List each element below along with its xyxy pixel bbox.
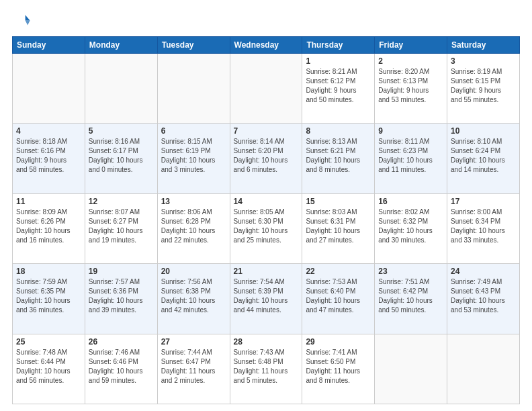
day-number: 29 bbox=[306, 337, 371, 347]
calendar-cell: 5Sunrise: 8:16 AM Sunset: 6:17 PM Daylig… bbox=[85, 124, 157, 193]
calendar-week-2: 4Sunrise: 8:18 AM Sunset: 6:16 PM Daylig… bbox=[13, 124, 520, 193]
day-number: 19 bbox=[89, 267, 154, 276]
day-number: 24 bbox=[451, 267, 516, 276]
calendar-cell: 27Sunrise: 7:44 AM Sunset: 6:47 PM Dayli… bbox=[157, 334, 230, 404]
day-info: Sunrise: 8:09 AM Sunset: 6:26 PM Dayligh… bbox=[16, 208, 81, 245]
day-number: 26 bbox=[89, 337, 154, 347]
day-number: 23 bbox=[378, 267, 443, 276]
calendar-cell: 22Sunrise: 7:53 AM Sunset: 6:40 PM Dayli… bbox=[302, 264, 375, 334]
day-number: 13 bbox=[161, 197, 226, 206]
day-info: Sunrise: 7:59 AM Sunset: 6:35 PM Dayligh… bbox=[16, 277, 81, 315]
calendar-cell: 23Sunrise: 7:51 AM Sunset: 6:42 PM Dayli… bbox=[375, 264, 447, 334]
day-info: Sunrise: 8:21 AM Sunset: 6:12 PM Dayligh… bbox=[306, 67, 371, 105]
day-info: Sunrise: 8:11 AM Sunset: 6:23 PM Dayligh… bbox=[378, 137, 443, 175]
day-number: 12 bbox=[89, 197, 154, 206]
calendar-cell: 20Sunrise: 7:56 AM Sunset: 6:38 PM Dayli… bbox=[157, 264, 230, 334]
day-info: Sunrise: 7:53 AM Sunset: 6:40 PM Dayligh… bbox=[306, 277, 371, 315]
day-info: Sunrise: 8:10 AM Sunset: 6:24 PM Dayligh… bbox=[451, 137, 516, 175]
col-header-saturday: Saturday bbox=[447, 37, 520, 54]
calendar-cell: 19Sunrise: 7:57 AM Sunset: 6:36 PM Dayli… bbox=[85, 264, 157, 334]
day-number: 27 bbox=[161, 337, 226, 347]
calendar-cell: 9Sunrise: 8:11 AM Sunset: 6:23 PM Daylig… bbox=[375, 124, 447, 193]
day-number: 14 bbox=[234, 197, 299, 206]
day-info: Sunrise: 8:13 AM Sunset: 6:21 PM Dayligh… bbox=[306, 137, 371, 175]
calendar-week-3: 11Sunrise: 8:09 AM Sunset: 6:26 PM Dayli… bbox=[13, 193, 520, 263]
calendar-cell: 25Sunrise: 7:48 AM Sunset: 6:44 PM Dayli… bbox=[13, 334, 85, 404]
day-number: 9 bbox=[378, 126, 443, 136]
day-number: 11 bbox=[16, 197, 81, 206]
calendar-cell: 8Sunrise: 8:13 AM Sunset: 6:21 PM Daylig… bbox=[302, 124, 375, 193]
calendar-cell: 24Sunrise: 7:49 AM Sunset: 6:43 PM Dayli… bbox=[447, 264, 520, 334]
calendar-week-4: 18Sunrise: 7:59 AM Sunset: 6:35 PM Dayli… bbox=[13, 264, 520, 334]
day-info: Sunrise: 8:18 AM Sunset: 6:16 PM Dayligh… bbox=[16, 137, 81, 175]
calendar-cell: 6Sunrise: 8:15 AM Sunset: 6:19 PM Daylig… bbox=[157, 124, 230, 193]
day-info: Sunrise: 8:02 AM Sunset: 6:32 PM Dayligh… bbox=[378, 208, 443, 245]
calendar-cell: 21Sunrise: 7:54 AM Sunset: 6:39 PM Dayli… bbox=[230, 264, 302, 334]
col-header-wednesday: Wednesday bbox=[230, 37, 302, 54]
day-number: 3 bbox=[451, 56, 516, 66]
svg-marker-1 bbox=[26, 21, 30, 26]
day-number: 10 bbox=[451, 126, 516, 136]
header bbox=[12, 12, 520, 31]
calendar-cell: 1Sunrise: 8:21 AM Sunset: 6:12 PM Daylig… bbox=[302, 54, 375, 124]
day-info: Sunrise: 7:56 AM Sunset: 6:38 PM Dayligh… bbox=[161, 277, 226, 315]
day-info: Sunrise: 8:07 AM Sunset: 6:27 PM Dayligh… bbox=[89, 208, 154, 245]
day-number: 4 bbox=[16, 126, 81, 136]
day-info: Sunrise: 7:41 AM Sunset: 6:50 PM Dayligh… bbox=[306, 348, 371, 385]
day-number: 18 bbox=[16, 267, 81, 276]
calendar-cell bbox=[230, 54, 302, 124]
calendar-cell bbox=[375, 334, 447, 404]
calendar-header-row: SundayMondayTuesdayWednesdayThursdayFrid… bbox=[13, 37, 520, 54]
day-info: Sunrise: 8:14 AM Sunset: 6:20 PM Dayligh… bbox=[234, 137, 299, 175]
col-header-monday: Monday bbox=[85, 37, 157, 54]
day-number: 16 bbox=[378, 197, 443, 206]
day-info: Sunrise: 7:43 AM Sunset: 6:48 PM Dayligh… bbox=[234, 348, 299, 385]
logo-icon bbox=[12, 12, 31, 31]
calendar-cell: 13Sunrise: 8:06 AM Sunset: 6:28 PM Dayli… bbox=[157, 193, 230, 263]
calendar-cell: 11Sunrise: 8:09 AM Sunset: 6:26 PM Dayli… bbox=[13, 193, 85, 263]
day-info: Sunrise: 8:06 AM Sunset: 6:28 PM Dayligh… bbox=[161, 208, 226, 245]
day-number: 7 bbox=[234, 126, 299, 136]
day-info: Sunrise: 8:15 AM Sunset: 6:19 PM Dayligh… bbox=[161, 137, 226, 175]
day-info: Sunrise: 7:51 AM Sunset: 6:42 PM Dayligh… bbox=[378, 277, 443, 315]
calendar-cell: 26Sunrise: 7:46 AM Sunset: 6:46 PM Dayli… bbox=[85, 334, 157, 404]
calendar-cell bbox=[447, 334, 520, 404]
day-info: Sunrise: 8:19 AM Sunset: 6:15 PM Dayligh… bbox=[451, 67, 516, 105]
day-number: 22 bbox=[306, 267, 371, 276]
col-header-thursday: Thursday bbox=[302, 37, 375, 54]
calendar-cell: 18Sunrise: 7:59 AM Sunset: 6:35 PM Dayli… bbox=[13, 264, 85, 334]
calendar-cell: 7Sunrise: 8:14 AM Sunset: 6:20 PM Daylig… bbox=[230, 124, 302, 193]
calendar-cell: 12Sunrise: 8:07 AM Sunset: 6:27 PM Dayli… bbox=[85, 193, 157, 263]
calendar-cell: 14Sunrise: 8:05 AM Sunset: 6:30 PM Dayli… bbox=[230, 193, 302, 263]
day-number: 15 bbox=[306, 197, 371, 206]
day-number: 20 bbox=[161, 267, 226, 276]
day-number: 2 bbox=[378, 56, 443, 66]
page: SundayMondayTuesdayWednesdayThursdayFrid… bbox=[0, 0, 532, 411]
day-info: Sunrise: 7:57 AM Sunset: 6:36 PM Dayligh… bbox=[89, 277, 154, 315]
day-info: Sunrise: 8:20 AM Sunset: 6:13 PM Dayligh… bbox=[378, 67, 443, 105]
calendar-cell: 15Sunrise: 8:03 AM Sunset: 6:31 PM Dayli… bbox=[302, 193, 375, 263]
calendar-cell: 16Sunrise: 8:02 AM Sunset: 6:32 PM Dayli… bbox=[375, 193, 447, 263]
calendar-cell bbox=[157, 54, 230, 124]
col-header-sunday: Sunday bbox=[13, 37, 85, 54]
calendar-cell: 17Sunrise: 8:00 AM Sunset: 6:34 PM Dayli… bbox=[447, 193, 520, 263]
day-number: 25 bbox=[16, 337, 81, 347]
day-number: 5 bbox=[89, 126, 154, 136]
svg-marker-0 bbox=[26, 15, 30, 20]
day-number: 1 bbox=[306, 56, 371, 66]
col-header-friday: Friday bbox=[375, 37, 447, 54]
day-info: Sunrise: 8:03 AM Sunset: 6:31 PM Dayligh… bbox=[306, 208, 371, 245]
day-info: Sunrise: 7:48 AM Sunset: 6:44 PM Dayligh… bbox=[16, 348, 81, 385]
logo bbox=[12, 12, 34, 31]
day-number: 17 bbox=[451, 197, 516, 206]
day-info: Sunrise: 7:44 AM Sunset: 6:47 PM Dayligh… bbox=[161, 348, 226, 385]
calendar-cell: 10Sunrise: 8:10 AM Sunset: 6:24 PM Dayli… bbox=[447, 124, 520, 193]
calendar-table: SundayMondayTuesdayWednesdayThursdayFrid… bbox=[12, 36, 520, 404]
calendar-cell: 4Sunrise: 8:18 AM Sunset: 6:16 PM Daylig… bbox=[13, 124, 85, 193]
calendar-cell: 2Sunrise: 8:20 AM Sunset: 6:13 PM Daylig… bbox=[375, 54, 447, 124]
calendar-cell: 29Sunrise: 7:41 AM Sunset: 6:50 PM Dayli… bbox=[302, 334, 375, 404]
day-number: 8 bbox=[306, 126, 371, 136]
day-info: Sunrise: 8:00 AM Sunset: 6:34 PM Dayligh… bbox=[451, 208, 516, 245]
calendar-week-1: 1Sunrise: 8:21 AM Sunset: 6:12 PM Daylig… bbox=[13, 54, 520, 124]
calendar-week-5: 25Sunrise: 7:48 AM Sunset: 6:44 PM Dayli… bbox=[13, 334, 520, 404]
